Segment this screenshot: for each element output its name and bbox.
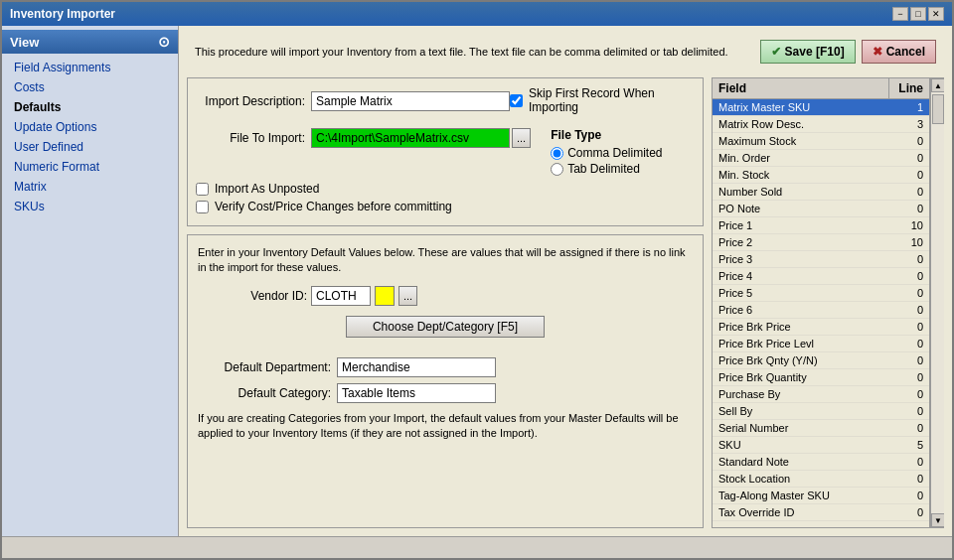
line-cell: 0 bbox=[889, 471, 929, 487]
field-cell: Price 3 bbox=[713, 251, 889, 267]
field-cell: Tag-Along Master SKU bbox=[713, 488, 889, 503]
table-row[interactable]: Price 60 bbox=[713, 302, 929, 319]
line-cell: 0 bbox=[889, 386, 929, 402]
sidebar-item-defaults[interactable]: Defaults bbox=[2, 97, 178, 117]
table-row[interactable]: Purchase By0 bbox=[713, 386, 929, 403]
vendor-id-input[interactable] bbox=[311, 286, 371, 306]
table-row[interactable]: Price 30 bbox=[713, 251, 929, 268]
choose-dept-button[interactable]: Choose Dept/Category [F5] bbox=[346, 316, 545, 338]
line-cell: 0 bbox=[889, 285, 929, 301]
table-row[interactable]: Min. Stock0 bbox=[713, 167, 929, 184]
import-as-unposted-label: Import As Unposted bbox=[215, 182, 319, 196]
table-row[interactable]: Price 210 bbox=[713, 234, 929, 251]
table-row[interactable]: Stock Location0 bbox=[713, 471, 929, 488]
line-cell: 0 bbox=[889, 302, 929, 318]
minimize-button[interactable]: − bbox=[892, 7, 908, 21]
field-cell: SKU bbox=[713, 437, 889, 453]
main-window: Inventory Importer − □ ✕ View ⊙ Field As… bbox=[0, 0, 954, 560]
sidebar-item-costs[interactable]: Costs bbox=[2, 77, 178, 97]
table-row[interactable]: Min. Order0 bbox=[713, 150, 929, 167]
field-cell: Price 1 bbox=[713, 217, 889, 233]
bottom-bar bbox=[2, 536, 952, 558]
sidebar-header: View ⊙ bbox=[2, 30, 178, 54]
field-cell: Standard Note bbox=[713, 454, 889, 470]
field-cell: Min. Stock bbox=[713, 167, 889, 183]
table-row[interactable]: Standard Note0 bbox=[713, 454, 929, 471]
sidebar-item-skus[interactable]: SKUs bbox=[2, 197, 178, 216]
field-cell: Serial Number bbox=[713, 420, 889, 436]
file-browse-button[interactable]: ... bbox=[512, 128, 531, 148]
sidebar-item-update-options[interactable]: Update Options bbox=[2, 117, 178, 137]
tab-delimited-radio[interactable] bbox=[551, 163, 563, 176]
vendor-color-button[interactable] bbox=[375, 286, 395, 306]
table-row[interactable]: Matrix Master SKU1 bbox=[713, 99, 929, 116]
maximize-button[interactable]: □ bbox=[910, 7, 926, 21]
table-row[interactable]: SKU5 bbox=[713, 437, 929, 454]
table-body: Matrix Master SKU1Matrix Row Desc.3Maxim… bbox=[713, 99, 929, 527]
file-type-label: File Type bbox=[551, 128, 662, 142]
file-to-import-label: File To Import: bbox=[196, 131, 305, 145]
default-category-input[interactable] bbox=[337, 383, 496, 403]
table-row[interactable]: Tax Override ID0 bbox=[713, 504, 929, 521]
field-cell: Matrix Master SKU bbox=[713, 99, 889, 115]
field-cell: Price Brk Price bbox=[713, 319, 889, 335]
sidebar-item-matrix[interactable]: Matrix bbox=[2, 177, 178, 197]
comma-delimited-row: Comma Delimited bbox=[551, 146, 662, 160]
default-category-row: Default Category: bbox=[198, 383, 693, 403]
top-info-text: This procedure will import your Inventor… bbox=[195, 46, 760, 58]
verify-cost-row: Verify Cost/Price Changes before committ… bbox=[196, 200, 695, 213]
form-left: Import Description: Skip First Record Wh… bbox=[187, 77, 704, 528]
line-cell: 0 bbox=[889, 268, 929, 284]
line-cell: 0 bbox=[889, 504, 929, 520]
file-path-input[interactable] bbox=[311, 128, 510, 148]
sidebar-item-user-defined[interactable]: User Defined bbox=[2, 137, 178, 157]
cancel-button[interactable]: ✖ Cancel bbox=[862, 40, 936, 64]
save-button[interactable]: ✔ Save [F10] bbox=[760, 40, 856, 64]
field-cell: Stock Location bbox=[713, 471, 889, 487]
scroll-down-button[interactable]: ▼ bbox=[931, 513, 944, 527]
import-section: Import Description: Skip First Record Wh… bbox=[187, 77, 704, 226]
line-cell: 0 bbox=[889, 184, 929, 200]
field-cell: Price Brk Qnty (Y/N) bbox=[713, 352, 889, 368]
verify-cost-checkbox[interactable] bbox=[196, 201, 209, 213]
close-button[interactable]: ✕ bbox=[928, 7, 944, 21]
sidebar-item-field-assignments[interactable]: Field Assignments bbox=[2, 58, 178, 77]
scroll-up-button[interactable]: ▲ bbox=[931, 78, 944, 92]
default-category-label: Default Category: bbox=[198, 386, 337, 400]
field-cell: Number Sold bbox=[713, 184, 889, 200]
field-cell: Price Brk Quantity bbox=[713, 369, 889, 385]
table-row[interactable]: Matrix Row Desc.3 bbox=[713, 116, 929, 133]
table-row[interactable]: Price Brk Price0 bbox=[713, 319, 929, 336]
table-row[interactable]: Number Sold0 bbox=[713, 184, 929, 201]
file-to-import-row: File To Import: ... bbox=[196, 128, 531, 148]
table-row[interactable]: Maximum Stock0 bbox=[713, 133, 929, 150]
skip-first-record-checkbox[interactable] bbox=[510, 94, 523, 107]
table-row[interactable]: PO Note0 bbox=[713, 201, 929, 217]
checkmark-icon: ✔ bbox=[771, 45, 781, 59]
table-row[interactable]: Sell By0 bbox=[713, 403, 929, 420]
table-row[interactable]: Price 40 bbox=[713, 268, 929, 285]
sidebar-item-numeric-format[interactable]: Numeric Format bbox=[2, 157, 178, 177]
table-row[interactable]: Price 50 bbox=[713, 285, 929, 302]
line-cell: 0 bbox=[889, 454, 929, 470]
tab-delimited-label: Tab Delimited bbox=[567, 162, 640, 176]
table-row[interactable]: Price Brk Price Levl0 bbox=[713, 336, 929, 352]
table-row[interactable]: Tag-Along Master SKU0 bbox=[713, 488, 929, 504]
vendor-browse-button[interactable]: ... bbox=[398, 286, 417, 306]
file-type-group: File Type Comma Delimited Tab Delimited bbox=[551, 128, 662, 176]
scroll-thumb[interactable] bbox=[932, 94, 944, 124]
table-row[interactable]: Price Brk Quantity0 bbox=[713, 369, 929, 386]
import-description-input[interactable] bbox=[311, 91, 510, 111]
import-as-unposted-checkbox[interactable] bbox=[196, 183, 209, 196]
table-row[interactable]: Price Brk Qnty (Y/N)0 bbox=[713, 352, 929, 369]
table-header: Field Line bbox=[713, 78, 929, 99]
line-cell: 10 bbox=[889, 217, 929, 233]
table-row[interactable]: Serial Number0 bbox=[713, 420, 929, 437]
field-cell: Price 2 bbox=[713, 234, 889, 250]
sidebar-header-label: View bbox=[10, 35, 39, 50]
table-row[interactable]: Price 110 bbox=[713, 217, 929, 234]
default-department-input[interactable] bbox=[337, 357, 496, 377]
line-cell: 0 bbox=[889, 133, 929, 149]
collapse-icon[interactable]: ⊙ bbox=[158, 34, 170, 50]
comma-delimited-radio[interactable] bbox=[551, 147, 563, 160]
